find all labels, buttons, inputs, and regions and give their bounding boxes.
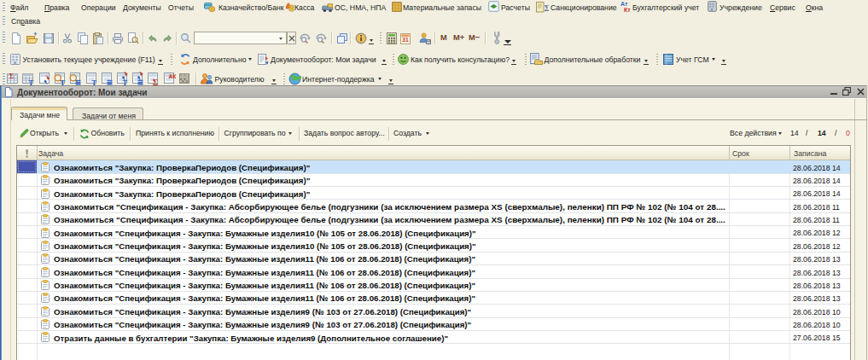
svg-text:T: T [123,78,128,85]
svg-text:T: T [61,78,66,85]
svg-text:T: T [92,78,97,85]
svg-text:T: T [29,78,34,85]
svg-text:31: 31 [402,37,409,43]
svg-text:АК: АК [169,73,177,79]
svg-text:Кт: Кт [624,7,631,12]
svg-text:Σ: Σ [9,73,14,80]
svg-text:Σ: Σ [545,3,549,13]
svg-text:Σ: Σ [153,78,159,85]
